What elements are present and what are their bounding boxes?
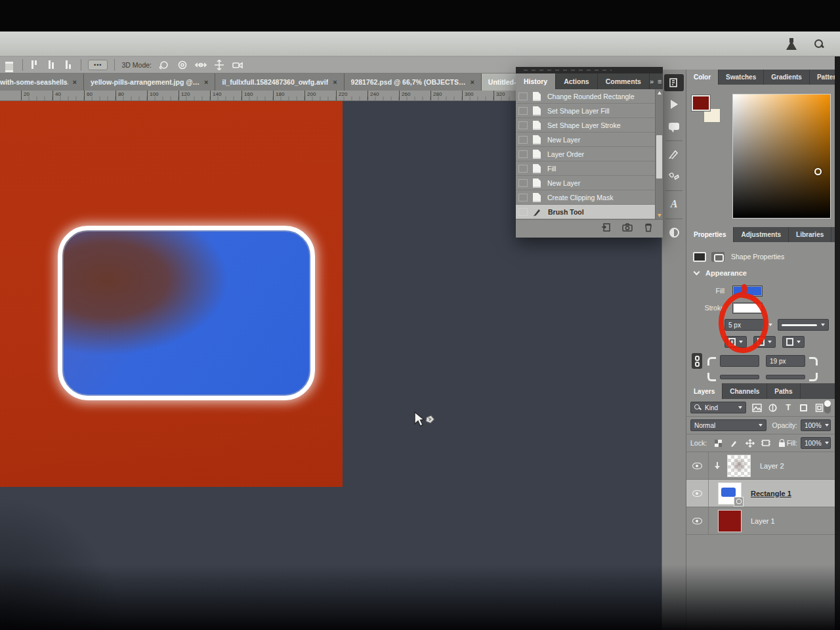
- filter-adjustment-layers-icon[interactable]: [768, 403, 778, 412]
- tab-libraries[interactable]: Libraries: [789, 227, 831, 242]
- tab-gradients[interactable]: Gradients: [764, 70, 810, 85]
- color-picker-ring[interactable]: [814, 168, 822, 175]
- tab-adjustments[interactable]: Adjustments: [734, 227, 789, 242]
- brushes-panel-icon[interactable]: [664, 146, 684, 163]
- new-document-from-state-icon[interactable]: [601, 222, 612, 235]
- stroke-style-dropdown[interactable]: [778, 319, 829, 331]
- tab-history[interactable]: History: [516, 74, 556, 89]
- doc-tab-il-fullxfull[interactable]: il_fullxfull.1582487360_owfg.avif ×: [215, 74, 344, 91]
- scrollbar-thumb[interactable]: [656, 135, 662, 178]
- history-step[interactable]: Change Rounded Rectangle: [516, 89, 663, 104]
- collapse-panel-icon[interactable]: »: [650, 77, 654, 85]
- comments-panel-icon[interactable]: [664, 117, 684, 135]
- glyphs-panel-icon[interactable]: A: [664, 196, 684, 213]
- close-tab-icon[interactable]: ×: [204, 78, 208, 86]
- history-scrollbar[interactable]: [655, 89, 663, 219]
- search-icon[interactable]: [814, 39, 824, 49]
- history-step[interactable]: Fill: [516, 161, 663, 176]
- history-source-checkbox[interactable]: [518, 179, 528, 187]
- layer-thumbnail[interactable]: [718, 510, 742, 532]
- actions-panel-icon[interactable]: [664, 96, 684, 113]
- doc-tab-yellow-pills[interactable]: yellow-pills-arrangement.jpg @… ×: [84, 74, 215, 91]
- rounded-rectangle-shape[interactable]: [58, 226, 315, 400]
- layer-thumbnail[interactable]: [718, 482, 742, 505]
- layer-thumbnail[interactable]: [727, 455, 751, 477]
- top-right-radius-input[interactable]: 19 px: [766, 355, 805, 367]
- stroke-align-dropdown[interactable]: [724, 336, 747, 348]
- fill-color-swatch[interactable]: [732, 285, 763, 297]
- tab-actions[interactable]: Actions: [556, 74, 598, 89]
- history-source-checkbox[interactable]: [518, 136, 528, 144]
- layer-filter-kind-dropdown[interactable]: Kind: [690, 402, 746, 413]
- align-bottom-icon[interactable]: [64, 60, 74, 70]
- orbit-3d-icon[interactable]: [158, 60, 170, 70]
- panel-drag-bar[interactable]: [516, 67, 663, 74]
- stroke-color-swatch[interactable]: [732, 303, 763, 314]
- doc-tab-psd[interactable]: 9281762.psd @ 66,7% (OBJECTS… ×: [345, 74, 482, 91]
- history-step[interactable]: Create Clipping Mask: [516, 190, 663, 205]
- scroll-down-icon[interactable]: [658, 214, 662, 217]
- link-corner-radii-icon[interactable]: [692, 353, 702, 369]
- history-step[interactable]: Set Shape Layer Fill: [516, 104, 663, 118]
- top-left-radius-input[interactable]: [720, 355, 759, 367]
- history-source-checkbox[interactable]: [518, 107, 528, 115]
- foreground-color-swatch[interactable]: [692, 95, 710, 111]
- saturation-brightness-field[interactable]: [732, 94, 831, 219]
- brush-settings-panel-icon[interactable]: [664, 167, 684, 184]
- close-tab-icon[interactable]: ×: [470, 78, 474, 86]
- eye-icon[interactable]: [692, 463, 702, 469]
- filter-smart-objects-icon[interactable]: [814, 403, 824, 412]
- history-source-checkbox[interactable]: [518, 194, 528, 201]
- tab-swatches[interactable]: Swatches: [719, 70, 764, 85]
- history-source-checkbox[interactable]: [518, 150, 528, 158]
- visibility-cell[interactable]: [686, 507, 709, 534]
- visibility-cell[interactable]: [686, 480, 709, 507]
- history-step[interactable]: New Layer: [516, 176, 663, 190]
- layer-row-layer1[interactable]: Layer 1: [686, 507, 835, 535]
- lock-position-icon[interactable]: [746, 438, 755, 448]
- scroll-up-icon[interactable]: [658, 91, 662, 94]
- history-source-checkbox[interactable]: [518, 121, 528, 129]
- layer-row-rectangle1-selected[interactable]: Rectangle 1: [686, 480, 835, 507]
- align-middle-icon[interactable]: [47, 60, 57, 70]
- layer-name[interactable]: Rectangle 1: [751, 490, 791, 497]
- history-source-checkbox[interactable]: [518, 93, 528, 100]
- bottom-right-radius-input[interactable]: [766, 375, 805, 379]
- stroke-width-input[interactable]: 5 px: [724, 319, 765, 331]
- stroke-cap-dropdown[interactable]: [753, 336, 776, 348]
- pan-3d-icon[interactable]: [195, 60, 207, 70]
- opacity-input[interactable]: 100%: [801, 419, 831, 431]
- history-source-checkbox[interactable]: [518, 208, 528, 216]
- close-tab-icon[interactable]: ×: [73, 78, 77, 86]
- filter-type-layers-icon[interactable]: T: [784, 403, 793, 412]
- beta-flask-icon[interactable]: [786, 38, 797, 50]
- history-step[interactable]: New Layer: [516, 133, 663, 147]
- layer-row-layer2[interactable]: Layer 2: [686, 452, 835, 480]
- filter-toggle-switch[interactable]: [824, 402, 831, 413]
- blend-mode-dropdown[interactable]: Normal: [690, 419, 766, 431]
- align-top-icon[interactable]: [30, 60, 40, 70]
- panel-menu-icon[interactable]: ≡: [658, 77, 662, 85]
- eye-icon[interactable]: [692, 518, 702, 524]
- lock-transparent-pixels-icon[interactable]: [713, 438, 723, 448]
- eye-icon[interactable]: [692, 490, 702, 497]
- history-step[interactable]: Set Shape Layer Stroke: [516, 118, 663, 133]
- layer-name[interactable]: Layer 2: [760, 462, 784, 470]
- history-step-selected[interactable]: Brush Tool: [516, 205, 663, 219]
- history-step[interactable]: Layer Order: [516, 147, 663, 161]
- layer-name[interactable]: Layer 1: [751, 517, 775, 525]
- tab-properties[interactable]: Properties: [686, 227, 734, 242]
- tab-color[interactable]: Color: [686, 70, 719, 85]
- tab-channels[interactable]: Channels: [723, 383, 767, 399]
- history-source-checkbox[interactable]: [518, 165, 528, 173]
- slide-3d-icon[interactable]: [213, 60, 225, 70]
- tab-layers[interactable]: Layers: [686, 383, 723, 399]
- stroke-corner-dropdown[interactable]: [782, 336, 805, 348]
- filter-pixel-layers-icon[interactable]: [752, 403, 762, 412]
- chevron-down-icon[interactable]: [694, 269, 700, 276]
- visibility-cell[interactable]: [686, 452, 709, 479]
- lock-artboard-icon[interactable]: [761, 438, 770, 448]
- filter-shape-layers-icon[interactable]: [799, 403, 808, 412]
- lock-image-pixels-icon[interactable]: [729, 438, 738, 448]
- bottom-left-radius-input[interactable]: [720, 375, 759, 379]
